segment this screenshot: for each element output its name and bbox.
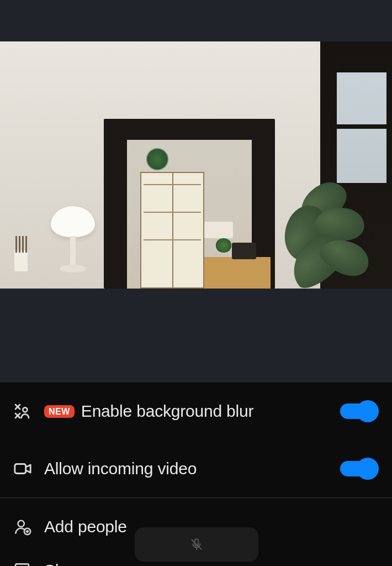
room-plant xyxy=(259,180,359,289)
new-badge: NEW xyxy=(44,405,75,418)
svg-point-0 xyxy=(23,407,27,412)
svg-rect-4 xyxy=(15,564,29,566)
option-incoming-video[interactable]: Allow incoming video xyxy=(0,440,392,497)
room-lamp xyxy=(51,206,95,237)
background-blur-toggle[interactable] xyxy=(340,400,379,422)
incoming-video-toggle[interactable] xyxy=(340,458,379,480)
option-label: Enable background blur xyxy=(81,402,254,421)
video-icon xyxy=(13,459,44,478)
share-screen-icon xyxy=(13,561,44,566)
action-label: Add people xyxy=(44,517,127,536)
option-label: Allow incoming video xyxy=(44,459,197,478)
mic-muted-icon xyxy=(189,537,204,552)
room-cabinet xyxy=(140,172,204,289)
video-preview xyxy=(0,41,392,289)
mute-indicator[interactable] xyxy=(135,527,258,562)
svg-rect-1 xyxy=(15,464,26,474)
action-label: Share screen xyxy=(44,561,141,566)
add-people-icon xyxy=(13,517,44,536)
option-background-blur[interactable]: NEW Enable background blur xyxy=(0,382,392,440)
svg-point-2 xyxy=(18,521,24,527)
background-blur-icon xyxy=(13,402,44,420)
